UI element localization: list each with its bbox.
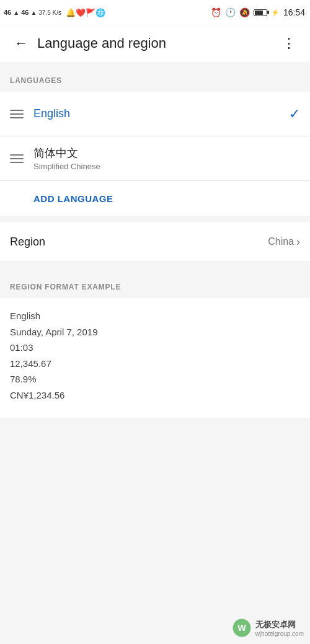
- status-left: 46 ▲ 46 ▲ 37.5 K/s 🔔❤️🚩🌐: [4, 8, 105, 17]
- language-item-chinese[interactable]: 简体中文 Simplified Chinese: [0, 136, 310, 181]
- network-speed: 37.5 K/s: [38, 9, 61, 16]
- format-line-1: English: [10, 308, 300, 324]
- drag-handle-chinese[interactable]: [10, 154, 24, 163]
- more-options-button[interactable]: ⋮: [278, 32, 300, 55]
- region-format-title: REGION FORMAT EXAMPLE: [10, 283, 121, 291]
- status-bar: 46 ▲ 46 ▲ 37.5 K/s 🔔❤️🚩🌐 ⏰ 🕐 🔕 ⚡ 16:54: [0, 0, 310, 25]
- format-line-5: 78.9%: [10, 371, 300, 387]
- languages-card: English ✓ 简体中文 Simplified Chinese ADD LA…: [0, 92, 310, 216]
- watermark-url: wjhotelgroup.com: [255, 630, 304, 637]
- region-item[interactable]: Region China ›: [0, 222, 310, 262]
- status-right: ⏰ 🕐 🔕 ⚡ 16:54: [211, 7, 305, 17]
- network-indicator: 46: [4, 9, 11, 16]
- drag-line-1: [10, 110, 24, 111]
- svg-text:W: W: [237, 623, 246, 633]
- back-arrow-icon: ←: [14, 35, 28, 51]
- languages-section-header: LANGUAGES: [0, 62, 310, 92]
- clock-icon: 🕐: [225, 7, 236, 17]
- drag-line-c3: [10, 162, 24, 163]
- language-name-wrap-chinese: 简体中文 Simplified Chinese: [33, 146, 300, 171]
- drag-line-3: [10, 117, 24, 118]
- watermark: W 无极安卓网 wjhotelgroup.com: [232, 618, 304, 638]
- format-line-4: 12,345.67: [10, 356, 300, 372]
- battery-fill: [255, 11, 264, 15]
- page-title: Language and region: [37, 35, 278, 51]
- silent-icon: 🔕: [239, 7, 250, 17]
- drag-line-c2: [10, 158, 24, 159]
- language-sub-chinese: Simplified Chinese: [33, 162, 300, 171]
- format-line-2: Sunday, April 7, 2019: [10, 324, 300, 340]
- format-line-3: 01:03: [10, 340, 300, 356]
- section-gap-2: [0, 262, 310, 268]
- alarm-icon: ⏰: [211, 7, 221, 17]
- signal-icon: ▲: [13, 9, 19, 16]
- region-card: Region China ›: [0, 222, 310, 262]
- back-button[interactable]: ←: [10, 32, 32, 55]
- charging-icon: ⚡: [271, 9, 280, 17]
- chevron-right-icon: ›: [296, 236, 300, 249]
- signal-icon2: ▲: [30, 9, 37, 16]
- watermark-site-name: 无极安卓网: [255, 619, 304, 630]
- language-name-wrap-english: English: [33, 107, 289, 120]
- check-icon-english: ✓: [289, 106, 300, 122]
- languages-section-title: LANGUAGES: [10, 76, 62, 85]
- watermark-text-block: 无极安卓网 wjhotelgroup.com: [255, 619, 304, 637]
- app-bar: ← Language and region ⋮: [0, 25, 310, 62]
- region-value: China: [268, 236, 294, 247]
- add-language-label: ADD LANGUAGE: [33, 193, 113, 204]
- region-format-section-header: REGION FORMAT EXAMPLE: [0, 268, 310, 298]
- notification-icons: 🔔❤️🚩🌐: [66, 8, 105, 17]
- section-gap-1: [0, 216, 310, 222]
- status-time: 16:54: [283, 7, 305, 17]
- language-item-english[interactable]: English ✓: [0, 92, 310, 136]
- battery-icon: [254, 9, 267, 16]
- format-line-6: CN¥1,234.56: [10, 387, 300, 404]
- drag-handle-english[interactable]: [10, 110, 24, 118]
- region-format-card: English Sunday, April 7, 2019 01:03 12,3…: [0, 298, 310, 418]
- language-name-english: English: [33, 107, 289, 120]
- drag-line-c1: [10, 154, 24, 156]
- network-indicator2: 46: [21, 9, 29, 16]
- language-name-chinese: 简体中文: [33, 146, 300, 161]
- drag-line-2: [10, 113, 24, 115]
- region-label: Region: [10, 236, 268, 249]
- watermark-logo-icon: W: [232, 618, 252, 638]
- add-language-item[interactable]: ADD LANGUAGE: [0, 181, 310, 216]
- more-dots-icon: ⋮: [282, 35, 296, 51]
